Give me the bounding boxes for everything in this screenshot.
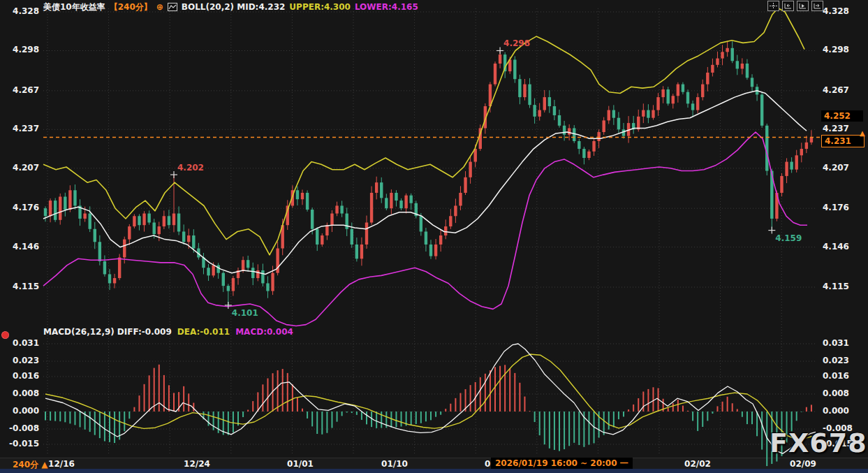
x-date-label: 02/02 [684, 459, 711, 469]
macd-y-tick-right: 0.023 [823, 356, 849, 365]
main-y-tick-right: 4.146 [823, 242, 849, 252]
chart-window: 美债10年收益率【240分】⊕BOLL(20,2) MID:4.232UPPER… [0, 0, 868, 473]
main-y-tick-right: 4.115 [823, 282, 849, 291]
main-y-tick-left: 4.237 [3, 124, 39, 133]
scroll-right-icon[interactable] [811, 1, 823, 11]
macd-y-tick-left: 0.023 [3, 356, 39, 365]
main-y-tick-right: 4.298 [823, 45, 849, 54]
macd-y-tick-left: 0.000 [3, 406, 39, 416]
price-annotation: 4.298 [503, 38, 530, 48]
x-date-label: 01/01 [287, 459, 314, 469]
boll-upper-label: UPPER:4.300 [289, 2, 351, 12]
main-y-tick-right: 4.176 [823, 203, 849, 212]
scroll-left-icon[interactable] [782, 1, 794, 11]
price-annotation: 4.101 [232, 308, 258, 318]
boll-mid-label: BOLL(20,2) MID:4.232 [182, 2, 286, 12]
macd-y-tick-right: 0.008 [823, 388, 849, 398]
interval-up-icon: ▲ [41, 460, 47, 470]
macd-y-tick-left: -0.015 [3, 439, 39, 449]
macd-y-tick-right: 0.000 [823, 406, 849, 416]
main-y-tick-left: 4.298 [3, 45, 39, 54]
main-y-tick-right: 4.237 [823, 124, 849, 133]
x-date-label: 01/10 [381, 459, 408, 469]
macd-y-tick-left: -0.008 [3, 423, 39, 433]
partial-date-label: 0 [485, 459, 490, 469]
bottom-strip [0, 469, 868, 473]
interval-tag: 【240分】 [110, 2, 152, 12]
macd-label: MACD(26,12,9) [43, 327, 115, 337]
main-y-tick-right: 4.207 [823, 163, 849, 173]
macd-y-tick-right: 0.016 [823, 371, 849, 381]
mini-chart-icon[interactable] [168, 3, 177, 13]
jump-to-latest-icon[interactable]: ▲ [860, 130, 865, 137]
zoom-plus-icon[interactable]: ⊕ [156, 2, 163, 12]
current-price-box: 4.231 [821, 135, 865, 147]
main-y-tick-left: 4.207 [3, 163, 39, 173]
pan-tool-icon[interactable] [767, 1, 779, 11]
price-annotation: 4.202 [177, 163, 204, 173]
chart-header: 美债10年收益率【240分】⊕BOLL(20,2) MID:4.232UPPER… [43, 1, 422, 13]
macd-y-tick-left: 0.008 [3, 388, 39, 398]
macd-macd-label: MACD:0.004 [235, 327, 293, 337]
crosshair-date-tooltip: 2026/01/19 16:00 ~ 20:00 一 [491, 458, 633, 469]
chart-title: 美债10年收益率 [43, 2, 105, 12]
macd-dea-label: DEA:-0.011 [177, 327, 230, 337]
macd-header: MACD(26,12,9)DIFF:-0.009DEA:-0.011MACD:0… [43, 327, 299, 337]
chart-canvas[interactable] [0, 0, 868, 473]
x-date-label: 12/16 [48, 459, 75, 469]
auto-play-icon[interactable] [797, 1, 809, 11]
x-date-label: 02/09 [790, 459, 816, 469]
x-date-label: 12/24 [184, 459, 210, 469]
price-annotation: 4.159 [775, 233, 802, 243]
watermark: FX678 [770, 428, 867, 458]
macd-y-tick-left: 0.031 [3, 338, 39, 348]
main-y-tick-left: 4.176 [3, 203, 39, 212]
main-y-tick-right: 4.328 [823, 6, 849, 16]
chart-toolbar [767, 1, 823, 11]
upper-price-box: 4.252 [821, 110, 863, 122]
main-y-tick-left: 4.146 [3, 242, 39, 252]
main-y-tick-left: 4.267 [3, 85, 39, 95]
main-y-tick-left: 4.328 [3, 6, 39, 16]
main-y-tick-right: 4.267 [823, 85, 849, 95]
boll-lower-label: LOWER:4.165 [355, 2, 418, 12]
main-y-tick-left: 4.115 [3, 282, 39, 291]
macd-y-tick-right: 0.031 [823, 338, 849, 348]
macd-y-tick-left: 0.016 [3, 371, 39, 381]
macd-diff-label: DIFF:-0.009 [117, 327, 172, 337]
